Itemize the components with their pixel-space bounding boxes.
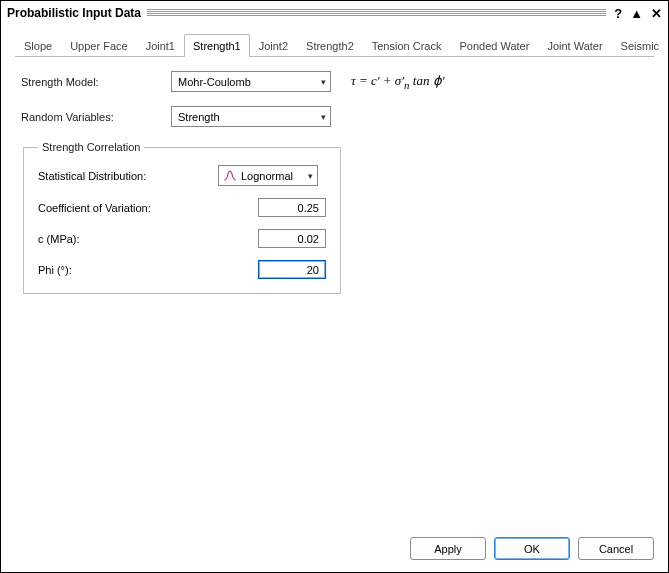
tab-joint2[interactable]: Joint2	[250, 34, 297, 57]
distribution-value: Lognormal	[237, 170, 308, 182]
strength-model-label: Strength Model:	[21, 76, 171, 88]
tab-seismic[interactable]: Seismic	[612, 34, 669, 57]
row-random-variables: Random Variables: Strength ▾	[21, 106, 648, 127]
tab-joint-water[interactable]: Joint Water	[538, 34, 611, 57]
close-icon[interactable]: ✕	[651, 7, 662, 20]
distribution-label: Statistical Distribution:	[38, 170, 218, 182]
tab-joint1[interactable]: Joint1	[137, 34, 184, 57]
rand-vars-label: Random Variables:	[21, 111, 171, 123]
tab-strength2[interactable]: Strength2	[297, 34, 363, 57]
cov-input[interactable]	[258, 198, 326, 217]
tab-slope[interactable]: Slope	[15, 34, 61, 57]
ok-button[interactable]: OK	[494, 537, 570, 560]
window-title: Probabilistic Input Data	[7, 6, 141, 20]
c-input[interactable]	[258, 229, 326, 248]
apply-button[interactable]: Apply	[410, 537, 486, 560]
tabstrip: Slope Upper Face Joint1 Strength1 Joint2…	[1, 23, 668, 56]
phi-label: Phi (°):	[38, 264, 218, 276]
distribution-icon	[223, 170, 237, 182]
cov-label: Coefficient of Variation:	[38, 202, 218, 214]
row-phi: Phi (°):	[38, 260, 326, 279]
titlebar-controls: ? ▲ ✕	[614, 7, 662, 20]
titlebar: Probabilistic Input Data ? ▲ ✕	[1, 1, 668, 23]
titlebar-rule	[147, 9, 606, 17]
row-c: c (MPa):	[38, 229, 326, 248]
strength-model-value: Mohr-Coulomb	[178, 76, 251, 88]
distribution-select[interactable]: Lognormal ▾	[218, 165, 318, 186]
collapse-icon[interactable]: ▲	[630, 7, 643, 20]
cancel-button[interactable]: Cancel	[578, 537, 654, 560]
button-bar: Apply OK Cancel	[1, 527, 668, 572]
row-cov: Coefficient of Variation:	[38, 198, 326, 217]
tab-upper-face[interactable]: Upper Face	[61, 34, 136, 57]
rand-vars-select[interactable]: Strength ▾	[171, 106, 331, 127]
chevron-down-icon: ▾	[321, 112, 326, 122]
tab-tension-crack[interactable]: Tension Crack	[363, 34, 451, 57]
tab-strength1[interactable]: Strength1	[184, 34, 250, 57]
tab-body: Strength Model: Mohr-Coulomb ▾ τ = c′ + …	[15, 56, 654, 300]
row-distribution: Statistical Distribution: Lognormal ▾	[38, 165, 326, 186]
chevron-down-icon: ▾	[308, 171, 313, 181]
row-strength-model: Strength Model: Mohr-Coulomb ▾ τ = c′ + …	[21, 71, 648, 92]
phi-input[interactable]	[258, 260, 326, 279]
rand-vars-value: Strength	[178, 111, 220, 123]
chevron-down-icon: ▾	[321, 77, 326, 87]
content-spacer	[1, 300, 668, 527]
help-icon[interactable]: ?	[614, 7, 622, 20]
c-label: c (MPa):	[38, 233, 218, 245]
tab-ponded-water[interactable]: Ponded Water	[450, 34, 538, 57]
group-legend: Strength Correlation	[38, 141, 144, 153]
strength-formula: τ = c′ + σ′n tan ϕ′	[351, 73, 445, 91]
strength-correlation-group: Strength Correlation Statistical Distrib…	[23, 141, 341, 294]
strength-model-select[interactable]: Mohr-Coulomb ▾	[171, 71, 331, 92]
dialog-window: Probabilistic Input Data ? ▲ ✕ Slope Upp…	[0, 0, 669, 573]
